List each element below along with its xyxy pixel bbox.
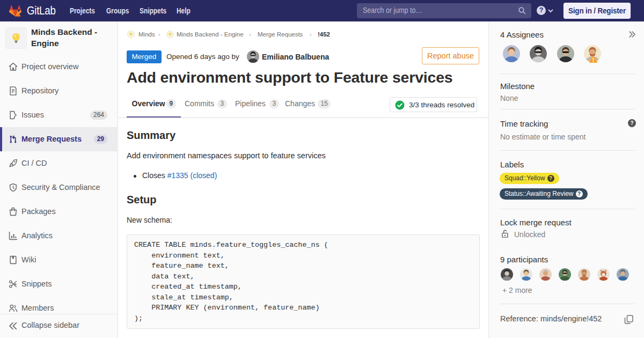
svg-text:?: ?	[630, 120, 633, 126]
